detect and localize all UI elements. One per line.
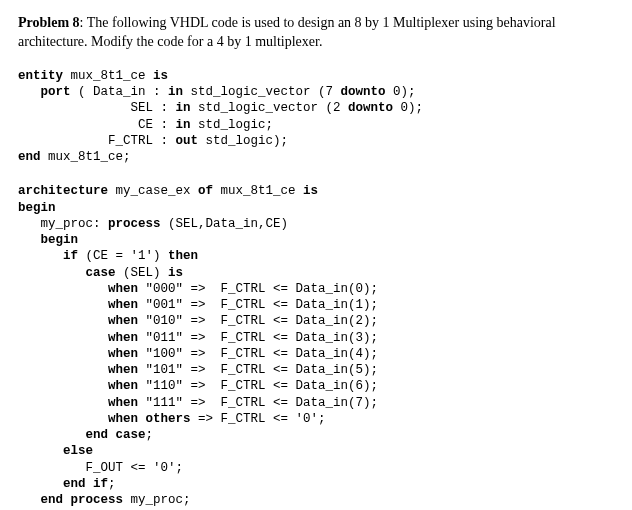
kw-is: is	[153, 69, 168, 83]
kw-when: when	[18, 347, 138, 361]
kw-of: of	[198, 184, 213, 198]
kw-when-others: when others	[18, 412, 191, 426]
kw-case: case	[18, 266, 116, 280]
kw-end-process: end process	[18, 493, 123, 507]
problem-statement: Problem 8: The following VHDL code is us…	[18, 14, 614, 52]
kw-begin: begin	[18, 201, 56, 215]
kw-downto: downto	[341, 85, 386, 99]
problem-text: : The following VHDL code is used to des…	[18, 15, 556, 49]
kw-in: in	[176, 118, 191, 132]
kw-then: then	[168, 249, 198, 263]
kw-end-case: end case	[18, 428, 146, 442]
kw-downto: downto	[348, 101, 393, 115]
kw-is: is	[303, 184, 318, 198]
kw-when: when	[18, 282, 138, 296]
kw-when: when	[18, 331, 138, 345]
kw-process: process	[108, 217, 161, 231]
kw-is: is	[168, 266, 183, 280]
kw-begin: begin	[18, 233, 78, 247]
kw-architecture: architecture	[18, 184, 108, 198]
kw-when: when	[18, 298, 138, 312]
kw-out: out	[176, 134, 199, 148]
kw-when: when	[18, 379, 138, 393]
kw-when: when	[18, 363, 138, 377]
kw-if: if	[18, 249, 78, 263]
kw-in: in	[168, 85, 183, 99]
kw-end-if: end if	[18, 477, 108, 491]
kw-in: in	[176, 101, 191, 115]
kw-end: end	[18, 150, 41, 164]
code-block-entity: entity mux_8t1_ce is port ( Data_in : in…	[18, 68, 614, 166]
kw-entity: entity	[18, 69, 63, 83]
kw-when: when	[18, 396, 138, 410]
kw-when: when	[18, 314, 138, 328]
kw-else: else	[18, 444, 93, 458]
kw-port: port	[18, 85, 71, 99]
code-block-architecture: architecture my_case_ex of mux_8t1_ce is…	[18, 183, 614, 510]
problem-number: Problem 8	[18, 15, 80, 30]
